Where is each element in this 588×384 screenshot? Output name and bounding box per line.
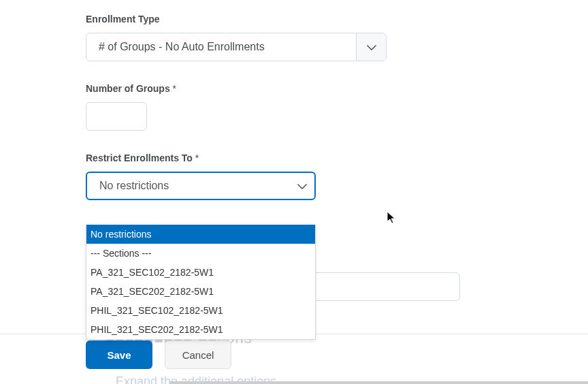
enrollment-type-select[interactable]: # of Groups - No Auto Enrollments <box>86 33 387 61</box>
chevron-down-icon <box>297 183 307 189</box>
mouse-cursor <box>387 211 397 225</box>
dropdown-option[interactable]: PA_321_SEC102_2182-5W1 <box>86 263 315 282</box>
cancel-button[interactable]: Cancel <box>165 340 231 369</box>
save-button[interactable]: Save <box>86 340 152 369</box>
restrict-enrollments-combobox[interactable] <box>86 172 316 200</box>
enrollment-type-caret[interactable] <box>356 33 386 61</box>
dropdown-option[interactable]: PA_321_SEC202_2182-5W1 <box>86 282 315 301</box>
restrict-enrollments-caret[interactable] <box>290 173 314 199</box>
required-marker: * <box>173 83 176 94</box>
chevron-down-icon <box>367 44 376 50</box>
number-of-groups-label: Number of Groups * <box>86 83 588 94</box>
dropdown-option[interactable]: PHIL_321_SEC202_2182-5W1 <box>86 320 315 339</box>
restrict-enrollments-label: Restrict Enrollments To * <box>86 153 588 163</box>
dropdown-option[interactable]: PHIL_321_SEC102_2182-5W1 <box>86 301 315 320</box>
restrict-enrollments-dropdown[interactable]: No restrictions--- Sections ---PA_321_SE… <box>86 225 316 340</box>
dropdown-option[interactable]: No restrictions <box>86 225 315 244</box>
dropdown-option[interactable]: --- Sections --- <box>86 244 315 263</box>
required-marker: * <box>195 153 199 163</box>
enrollment-type-value: # of Groups - No Auto Enrollments <box>86 33 356 61</box>
restrict-enrollments-input[interactable] <box>87 180 290 192</box>
bottom-shadow <box>170 381 588 384</box>
number-of-groups-input[interactable] <box>86 102 147 131</box>
enrollment-type-label: Enrollment Type <box>86 14 588 25</box>
